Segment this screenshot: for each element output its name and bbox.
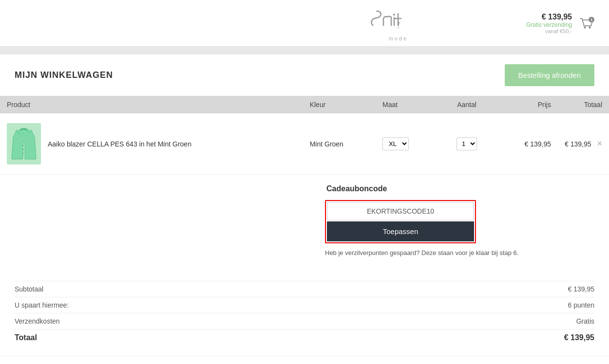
- blazer-svg: [9, 125, 38, 163]
- logo-text: !: [369, 5, 427, 37]
- col-maat: Maat: [376, 96, 437, 113]
- header-shipping: Gratis verzending: [526, 21, 572, 28]
- product-name: Aaiko blazer CELLA PES 643 in het Mint G…: [48, 140, 191, 148]
- page-title-row: MIJN WINKELWAGEN Bestelling afronden: [0, 55, 609, 96]
- svg-point-11: [22, 152, 24, 154]
- product-aantal: 1 2 3: [437, 113, 497, 175]
- cart-icon-wrapper[interactable]: 1: [578, 15, 594, 32]
- summary-verzend-row: Verzendkosten Gratis: [15, 313, 594, 329]
- cart-icon: 1: [578, 15, 594, 32]
- svg-point-10: [22, 148, 24, 150]
- totaal-label: Totaal: [15, 333, 37, 342]
- header: ! mode € 139,95 Gratis verzending vanaf …: [0, 0, 609, 47]
- product-cell: Aaiko blazer CELLA PES 643 in het Mint G…: [0, 113, 303, 175]
- remove-button[interactable]: ×: [591, 139, 602, 149]
- svg-text:!: !: [397, 20, 401, 30]
- product-totaal-val: € 139,95: [565, 140, 591, 148]
- coupon-area: Toepassen: [325, 200, 476, 243]
- product-image: [7, 123, 41, 164]
- svg-point-5: [584, 26, 586, 28]
- product-prijs: € 139,95: [497, 113, 558, 175]
- header-price-info: € 139,95 Gratis verzending vanaf €50,-: [526, 13, 572, 34]
- page-title: MIJN WINKELWAGEN: [15, 70, 113, 80]
- header-right: € 139,95 Gratis verzending vanaf €50,- 1: [526, 13, 594, 34]
- aantal-select[interactable]: 1 2 3: [457, 137, 477, 150]
- logo-area: ! mode: [270, 5, 526, 41]
- coupon-apply-button[interactable]: Toepassen: [327, 221, 474, 241]
- subtotaal-val: € 139,95: [568, 285, 595, 293]
- sub-header: [0, 47, 609, 55]
- col-kleur: Kleur: [303, 96, 376, 113]
- coupon-input[interactable]: [327, 202, 474, 220]
- totaal-val: € 139,95: [564, 333, 594, 342]
- summary-spaart-row: U spaart hiermee: 6 punten: [15, 297, 594, 313]
- col-totaal: Totaal: [558, 96, 609, 113]
- header-total: € 139,95: [526, 13, 572, 21]
- col-product: Product: [0, 96, 303, 113]
- subtotaal-label: Subtotaal: [15, 285, 43, 293]
- svg-point-9: [22, 145, 24, 146]
- verzend-val: Gratis: [576, 317, 594, 325]
- product-totaal: € 139,95 ×: [558, 113, 609, 175]
- summary-section: Subtotaal € 139,95 U spaart hiermee: 6 p…: [0, 281, 609, 346]
- svg-point-0: [393, 14, 395, 16]
- verzend-label: Verzendkosten: [15, 317, 60, 325]
- product-kleur: Mint Groen: [303, 113, 376, 175]
- lower-section: Cadeauboncode Toepassen Heb je verzilver…: [0, 175, 609, 266]
- logo-svg: !: [369, 5, 427, 34]
- header-shipping-min: vanaf €50,-: [526, 28, 572, 34]
- spaart-val: 6 punten: [568, 301, 595, 309]
- coupon-label: Cadeauboncode: [15, 184, 594, 193]
- coupon-hint: Heb je verzilverpunten gespaard? Deze st…: [325, 249, 594, 256]
- summary-subtotaal-row: Subtotaal € 139,95: [15, 281, 594, 297]
- coupon-box: Toepassen: [325, 200, 476, 243]
- cart-table: Product Kleur Maat Aantal Prijs Totaal: [0, 96, 609, 175]
- footer-actions: Verder winkelen Bestelling afronden: [0, 356, 609, 364]
- col-aantal: Aantal: [437, 96, 497, 113]
- table-row: Aaiko blazer CELLA PES 643 in het Mint G…: [0, 113, 609, 175]
- product-maat: XL S M L: [376, 113, 437, 175]
- svg-point-6: [589, 26, 591, 28]
- maat-select[interactable]: XL S M L: [382, 137, 409, 150]
- spaart-label: U spaart hiermee:: [15, 301, 69, 309]
- cart-table-header: Product Kleur Maat Aantal Prijs Totaal: [0, 96, 609, 113]
- checkout-button-top[interactable]: Bestelling afronden: [505, 64, 594, 86]
- summary-totaal-row: Totaal € 139,95: [15, 329, 594, 346]
- col-prijs: Prijs: [497, 96, 558, 113]
